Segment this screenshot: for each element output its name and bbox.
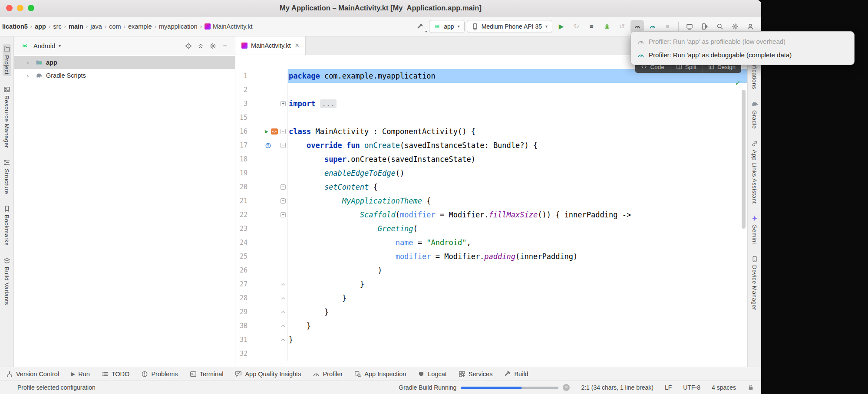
rerun-button[interactable]: ↻ bbox=[570, 20, 583, 33]
code-line-19[interactable]: 19 enableEdgeToEdge() bbox=[235, 166, 747, 180]
code-text[interactable]: modifier = Modifier.padding(innerPadding… bbox=[287, 250, 747, 263]
breadcrumb-item-src[interactable]: src bbox=[52, 22, 63, 31]
tool-button-logcat[interactable]: Logcat bbox=[418, 371, 447, 378]
code-text[interactable]: class MainActivity : ComponentActivity()… bbox=[287, 125, 747, 138]
code-text[interactable]: name = "Android", bbox=[287, 236, 747, 250]
line-ending-indicator[interactable]: LF bbox=[665, 384, 672, 391]
device-manager-button[interactable] bbox=[698, 20, 711, 33]
fold-marker[interactable]: − bbox=[279, 208, 287, 222]
tool-button-todo[interactable]: TODO bbox=[102, 371, 130, 378]
code-text[interactable]: override fun onCreate(savedInstanceState… bbox=[287, 138, 747, 152]
run-button[interactable]: ▶ bbox=[554, 20, 568, 33]
breadcrumb-item-example[interactable]: example bbox=[127, 22, 153, 31]
tool-stripe-resource-manager[interactable]: Resource Manager bbox=[3, 85, 11, 149]
editor-tab-mainactivity[interactable]: MainActivity.kt × bbox=[235, 36, 306, 55]
code-line-29[interactable]: 29 } bbox=[235, 305, 747, 319]
minimize-window-button[interactable] bbox=[17, 5, 23, 11]
tool-button-profiler[interactable]: Profiler bbox=[313, 371, 343, 378]
code-text[interactable]: setContent { bbox=[287, 180, 747, 194]
code-line-27[interactable]: 27 } bbox=[235, 277, 747, 291]
tool-button-app-inspection[interactable]: App Inspection bbox=[354, 371, 406, 378]
tool-button-app-quality-insights[interactable]: App Quality Insights bbox=[235, 371, 301, 378]
tool-stripe-device-manager[interactable]: Device Manager bbox=[750, 254, 759, 312]
fold-marker[interactable]: + bbox=[279, 97, 287, 111]
fold-marker[interactable] bbox=[279, 319, 287, 333]
code-text[interactable]: ) bbox=[287, 263, 747, 277]
fold-marker[interactable]: − bbox=[279, 138, 287, 152]
project-view-select[interactable]: Android bbox=[33, 43, 55, 49]
code-text[interactable] bbox=[287, 83, 747, 97]
panel-options-button[interactable] bbox=[207, 40, 218, 52]
inspection-check-icon[interactable]: ✓ bbox=[736, 78, 740, 87]
zoom-window-button[interactable] bbox=[28, 5, 34, 11]
close-window-button[interactable] bbox=[6, 5, 13, 11]
apply-changes-button[interactable]: ↺ bbox=[615, 20, 629, 33]
indent-indicator[interactable]: 4 spaces bbox=[712, 384, 736, 391]
expand-chevron-icon[interactable]: › bbox=[27, 59, 32, 66]
tool-stripe-structure[interactable]: Structure bbox=[3, 158, 11, 195]
breadcrumb-item-main[interactable]: main bbox=[67, 22, 85, 31]
code-text[interactable]: enableEdgeToEdge() bbox=[287, 166, 747, 180]
tool-button-problems[interactable]: Problems bbox=[141, 371, 178, 378]
tool-stripe-app-links-assistant[interactable]: App Links Assistant bbox=[750, 139, 759, 205]
code-line-23[interactable]: 23 Greeting( bbox=[235, 222, 747, 236]
caret-position[interactable]: 2:1 (34 chars, 1 line break) bbox=[581, 384, 653, 391]
code-text[interactable]: Greeting( bbox=[287, 222, 747, 236]
code-line-21[interactable]: 21− MyApplicationTheme { bbox=[235, 194, 747, 208]
stop-button[interactable]: ■ bbox=[661, 20, 674, 33]
compose-gutter-icon[interactable]: <> bbox=[271, 128, 278, 135]
tool-button-version-control[interactable]: Version Control bbox=[6, 371, 59, 378]
device-select[interactable]: Medium Phone API 35 ▾ bbox=[467, 20, 552, 33]
account-button[interactable] bbox=[743, 20, 757, 33]
tool-button-run[interactable]: ▶Run bbox=[71, 371, 90, 378]
settings-button[interactable] bbox=[728, 20, 742, 33]
tool-button-build[interactable]: Build bbox=[504, 371, 528, 378]
editor-scrollbar[interactable] bbox=[742, 90, 746, 229]
code-line-25[interactable]: 25 modifier = Modifier.padding(innerPadd… bbox=[235, 250, 747, 263]
code-line-2[interactable]: 2 bbox=[235, 83, 747, 97]
select-opened-file-button[interactable] bbox=[183, 40, 194, 52]
fold-marker[interactable] bbox=[279, 333, 287, 347]
collapse-all-button[interactable] bbox=[195, 40, 206, 52]
code-text[interactable]: } bbox=[287, 277, 747, 291]
hide-panel-button[interactable]: − bbox=[219, 40, 231, 52]
tool-button-terminal[interactable]: Terminal bbox=[190, 371, 224, 378]
code-text[interactable]: } bbox=[287, 291, 747, 305]
fold-marker[interactable] bbox=[279, 305, 287, 319]
run-gutter-icon[interactable]: ▶ bbox=[265, 125, 268, 138]
code-line-22[interactable]: 22− Scaffold(modifier = Modifier.fillMax… bbox=[235, 208, 747, 222]
tree-item-gradle-scripts[interactable]: ›Gradle Scripts bbox=[14, 69, 235, 82]
code-line-3[interactable]: 3+import ... bbox=[235, 97, 747, 111]
readonly-lock-icon[interactable] bbox=[747, 384, 754, 391]
run-options-button[interactable]: ≡ bbox=[585, 20, 598, 33]
code-text[interactable]: Scaffold(modifier = Modifier.fillMaxSize… bbox=[287, 208, 747, 222]
breadcrumb-item-myapplication[interactable]: myapplication bbox=[158, 22, 199, 31]
profile-app-button[interactable] bbox=[646, 20, 659, 33]
profiler-button[interactable]: ▾ bbox=[630, 20, 644, 33]
build-project-button[interactable]: ▾ bbox=[413, 20, 427, 33]
fold-marker[interactable]: − bbox=[279, 180, 287, 194]
code-line-20[interactable]: 20− setContent { bbox=[235, 180, 747, 194]
breadcrumb-item-java[interactable]: java bbox=[89, 22, 103, 31]
tool-button-services[interactable]: Services bbox=[459, 371, 493, 378]
code-line-16[interactable]: 16▶<>−class MainActivity : ComponentActi… bbox=[235, 125, 747, 138]
code-line-17[interactable]: 17− override fun onCreate(savedInstanceS… bbox=[235, 138, 747, 152]
tool-stripe-bookmarks[interactable]: Bookmarks bbox=[3, 204, 11, 247]
code-text[interactable]: import ... bbox=[287, 97, 747, 111]
tool-stripe-build-variants[interactable]: Build Variants bbox=[3, 256, 11, 306]
cancel-build-button[interactable]: × bbox=[563, 384, 570, 391]
tool-stripe-gemini[interactable]: Gemini bbox=[750, 213, 759, 245]
fold-marker[interactable]: − bbox=[279, 194, 287, 208]
tool-stripe-project[interactable]: Project bbox=[3, 44, 11, 76]
code-text[interactable] bbox=[287, 347, 747, 361]
encoding-indicator[interactable]: UTF-8 bbox=[683, 384, 700, 391]
profiler-menu-item-1[interactable]: Profiler: Run 'app' as profileable (low … bbox=[631, 35, 854, 48]
breadcrumb-item-mainactivity-kt[interactable]: MainActivity.kt bbox=[203, 22, 254, 31]
code-text[interactable]: } bbox=[287, 305, 747, 319]
tree-item-app[interactable]: ›app bbox=[14, 56, 235, 69]
code-text[interactable]: } bbox=[287, 319, 747, 333]
search-everywhere-button[interactable] bbox=[713, 20, 726, 33]
code-text[interactable]: } bbox=[287, 333, 747, 347]
breadcrumb-item-app[interactable]: app bbox=[33, 22, 47, 31]
code-editor[interactable]: 1package com.example.myapplication23+imp… bbox=[235, 55, 747, 367]
